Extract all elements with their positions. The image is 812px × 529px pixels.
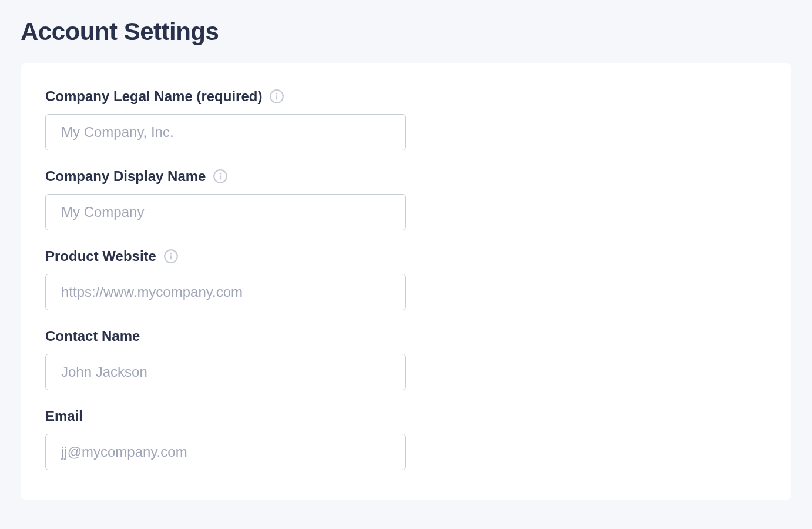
info-icon[interactable]	[163, 249, 179, 264]
form-group-contact-name: Contact Name	[45, 328, 767, 390]
form-group-company-legal-name: Company Legal Name (required)	[45, 88, 767, 150]
page-title: Account Settings	[21, 18, 791, 46]
form-group-company-display-name: Company Display Name	[45, 168, 767, 230]
company-legal-name-input[interactable]	[45, 114, 406, 150]
email-input[interactable]	[45, 434, 406, 470]
label-row: Company Legal Name (required)	[45, 88, 767, 105]
form-group-email: Email	[45, 408, 767, 470]
contact-name-input[interactable]	[45, 354, 406, 390]
svg-point-5	[220, 173, 222, 175]
label-row: Email	[45, 408, 767, 424]
svg-point-8	[170, 253, 172, 255]
svg-point-2	[276, 93, 278, 95]
product-website-input[interactable]	[45, 274, 406, 310]
form-group-product-website: Product Website	[45, 248, 767, 310]
email-label: Email	[45, 408, 83, 424]
label-row: Company Display Name	[45, 168, 767, 185]
product-website-label: Product Website	[45, 248, 156, 264]
label-row: Product Website	[45, 248, 767, 264]
settings-card: Company Legal Name (required) Company Di…	[21, 63, 791, 500]
info-icon[interactable]	[269, 89, 284, 104]
contact-name-label: Contact Name	[45, 328, 140, 344]
company-display-name-input[interactable]	[45, 194, 406, 230]
company-legal-name-label: Company Legal Name (required)	[45, 88, 262, 105]
info-icon[interactable]	[213, 169, 228, 184]
company-display-name-label: Company Display Name	[45, 168, 206, 185]
label-row: Contact Name	[45, 328, 767, 344]
